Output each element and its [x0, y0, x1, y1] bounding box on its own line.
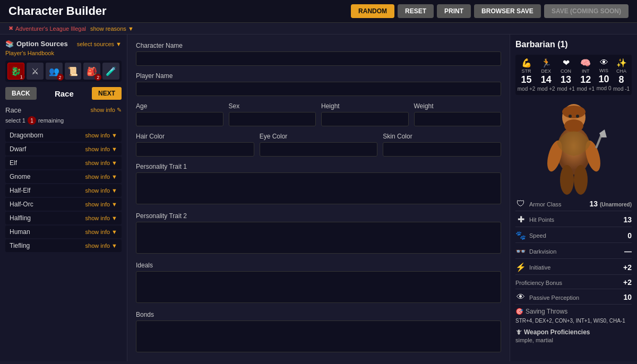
hit-points-row: ✚ Hit Points 13 — [515, 214, 632, 227]
list-item[interactable]: Human show info ▼ — [5, 226, 122, 238]
armor-icon: 🛡 — [515, 199, 526, 209]
proficiency-bonus-value: +2 — [623, 278, 632, 287]
bonds-input[interactable] — [136, 320, 501, 352]
hair-color-label: Hair Color — [136, 133, 254, 140]
browser-save-button[interactable]: BROWSER SAVE — [474, 4, 541, 18]
svg-point-3 — [562, 106, 586, 118]
saving-throws-values: STR+4, DEX+2, CON+3, INT+1, WIS0, CHA-1 — [515, 317, 632, 325]
list-item[interactable]: Half-Orc show info ▼ — [5, 198, 122, 211]
initiative-value: +2 — [623, 263, 632, 272]
svg-point-9 — [574, 165, 588, 195]
wis-icon: 👁 — [600, 58, 608, 67]
weight-input[interactable] — [414, 112, 502, 126]
race-show-info-link[interactable]: show info ✎ — [90, 107, 122, 114]
stat-con: ❤ CON 13 mod +1 — [557, 58, 575, 92]
eye-color-label: Eye Color — [260, 133, 378, 140]
save-button: SAVE (COMING SOON) — [544, 4, 629, 18]
option-sources-title: 📚 Option Sources — [5, 40, 68, 48]
height-input[interactable] — [321, 112, 409, 126]
nav-bar: BACK Race NEXT — [5, 87, 122, 100]
sex-input[interactable] — [229, 112, 316, 126]
background-icon: 📜 — [67, 66, 78, 76]
darkvision-row: 👓 Darkvision — — [515, 246, 632, 259]
flaws-row: Flaws — [136, 360, 501, 361]
demographics-row: Age Sex Height Weight — [136, 102, 501, 126]
library-icon: 📚 — [5, 40, 14, 48]
league-warning: ✖ Adventurer's League Illegal — [8, 25, 86, 32]
eye-color-input[interactable] — [260, 142, 378, 157]
personality-2-label: Personality Trait 2 — [136, 212, 501, 220]
age-label: Age — [136, 102, 223, 110]
age-input[interactable] — [136, 112, 223, 126]
print-button[interactable]: PRINT — [437, 4, 471, 18]
random-button[interactable]: RANDOM — [351, 4, 394, 18]
equipment-icon-slot[interactable]: 🎒 2 — [83, 63, 100, 80]
personality-2-input[interactable] — [136, 222, 501, 254]
list-item[interactable]: Gnome show info ▼ — [5, 170, 122, 183]
svg-point-8 — [560, 165, 574, 195]
select-sources-link[interactable]: select sources ▼ — [77, 41, 122, 47]
ideals-label: Ideals — [136, 262, 501, 269]
next-button[interactable]: NEXT — [92, 87, 122, 100]
list-item[interactable]: Dragonborn show info ▼ — [5, 129, 122, 142]
initiative-icon: ⚡ — [515, 262, 526, 272]
proficiency-bonus-row: Proficiency Bonus +2 — [515, 278, 632, 289]
stat-dex: 🏃 DEX 14 mod +2 — [537, 58, 555, 92]
ideals-input[interactable] — [136, 271, 501, 303]
character-avatar — [537, 95, 611, 201]
list-item[interactable]: Half-Elf show info ▼ — [5, 184, 122, 197]
skin-color-input[interactable] — [383, 142, 501, 157]
header: Character Builder RANDOM RESET PRINT BRO… — [0, 0, 637, 23]
speed-icon: 🐾 — [515, 230, 526, 240]
show-reasons-link[interactable]: show reasons ▼ — [90, 25, 134, 32]
header-buttons: RANDOM RESET PRINT BROWSER SAVE SAVE (CO… — [351, 4, 629, 18]
list-item[interactable]: Dwarf show info ▼ — [5, 143, 122, 155]
svg-point-11 — [576, 115, 579, 118]
appearance-row: Hair Color Eye Color Skin Color — [136, 133, 501, 157]
personality-1-input[interactable] — [136, 172, 501, 204]
remaining-badge: 1 — [28, 116, 36, 125]
player-name-input[interactable] — [136, 82, 501, 96]
initiative-row: ⚡ Initiative +2 — [515, 262, 632, 275]
list-item[interactable]: Tiefling show info ▼ — [5, 239, 122, 252]
right-panel: Barbarian (1) 💪 STR 15 mod +2 🏃 DEX 14 m… — [510, 34, 637, 361]
character-name-row: Character Name — [136, 42, 501, 66]
stats-row: 💪 STR 15 mod +2 🏃 DEX 14 mod +2 ❤ CON 13… — [515, 55, 632, 95]
character-name-input[interactable] — [136, 51, 501, 66]
dex-icon: 🏃 — [541, 58, 552, 68]
con-icon: ❤ — [563, 58, 570, 68]
weapon-proficiencies-section: 🗡 Weapon Proficiencies simple, martial — [515, 328, 632, 343]
list-item[interactable]: Halfling show info ▼ — [5, 212, 122, 224]
ideals-row: Ideals — [136, 262, 501, 305]
nav-current-label: Race — [55, 89, 74, 98]
spells-icon-slot[interactable]: 🧪 — [102, 63, 119, 80]
hair-color-input[interactable] — [136, 142, 254, 157]
perception-icon: 👁 — [515, 292, 526, 302]
sub-header: ✖ Adventurer's League Illegal show reaso… — [0, 23, 637, 34]
weapon-prof-values: simple, martial — [515, 337, 632, 343]
personality-2-row: Personality Trait 2 — [136, 212, 501, 255]
class-icon: ⚔ — [31, 66, 39, 76]
character-name-label: Character Name — [136, 42, 501, 49]
main-layout: 📚 Option Sources select sources ▼ Player… — [0, 34, 637, 361]
reset-button[interactable]: RESET — [398, 4, 434, 18]
back-button[interactable]: BACK — [5, 87, 37, 100]
svg-line-6 — [596, 135, 601, 148]
race-header: Race show info ✎ — [5, 106, 122, 114]
weapon-prof-title: 🗡 Weapon Proficiencies — [515, 328, 632, 336]
background-icon-slot[interactable]: 📜 — [65, 63, 82, 80]
bonds-row: Bonds — [136, 311, 501, 354]
phb-link[interactable]: Player's Handbook — [5, 50, 122, 56]
class-icon-slot[interactable]: ⚔ — [27, 63, 44, 80]
speed-value: 0 — [627, 231, 632, 240]
bonds-label: Bonds — [136, 311, 501, 318]
hp-icon: ✚ — [515, 214, 526, 224]
abilities-icon-slot[interactable]: 👥 2 — [46, 63, 63, 80]
weapon-prof-icon: 🗡 — [515, 328, 522, 336]
stat-wis: 👁 WIS 10 mod 0 — [597, 58, 612, 92]
svg-point-10 — [569, 115, 572, 118]
list-item[interactable]: Elf show info ▼ — [5, 157, 122, 169]
app-title: Character Builder — [8, 4, 107, 18]
race-icon-slot[interactable]: 🐉 1 — [7, 63, 24, 80]
stat-cha: ✨ CHA 8 mod -1 — [613, 58, 630, 92]
